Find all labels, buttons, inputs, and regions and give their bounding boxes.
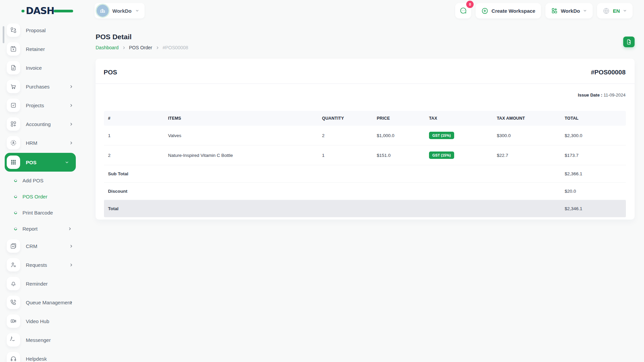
- sidebar-subitem-pos-order[interactable]: POS Order: [0, 188, 81, 204]
- col-tax: TAX: [425, 111, 493, 126]
- cell-total: $173.7: [560, 145, 626, 165]
- sidebar-item-invoice[interactable]: Invoice: [0, 58, 81, 77]
- chevron-down-icon: [135, 9, 139, 13]
- sidebar-item-requests[interactable]: Requests: [0, 255, 81, 274]
- retainer-icon: [7, 42, 20, 56]
- tax-badge: GST (15%): [429, 132, 454, 139]
- cell-no: 1: [104, 126, 164, 145]
- sidebar-item-label: Projects: [26, 103, 44, 108]
- table-header-row: # ITEMS QUANTITY PRICE TAX TAX AMOUNT TO…: [104, 111, 626, 126]
- sidebar-item-label: Proposal: [26, 27, 46, 33]
- sidebar-item-label: HRM: [26, 140, 37, 146]
- col-price: PRICE: [373, 111, 425, 126]
- sidebar-item-pos-active[interactable]: POS: [5, 153, 76, 172]
- chevron-right-icon: [69, 300, 73, 305]
- language-selector[interactable]: EN: [597, 3, 633, 18]
- workspace-avatar: [97, 5, 109, 17]
- sidebar-item-label: Retainer: [26, 46, 45, 52]
- page-title: POS Detail: [96, 33, 131, 41]
- chat-count-badge: 0: [466, 1, 474, 8]
- card-header: POS #POS00008: [96, 59, 635, 84]
- subtotal-row: Sub Total $2,366.1: [104, 165, 626, 183]
- breadcrumb-dashboard-link[interactable]: Dashboard: [96, 45, 119, 50]
- hrm-icon: [7, 136, 20, 149]
- accounting-icon: [7, 117, 20, 131]
- sidebar-subitem-print-barcode[interactable]: Print Barcode: [0, 204, 81, 221]
- grid-plus-icon: [551, 7, 558, 14]
- issue-date: Issue Date : 11-09-2024: [96, 84, 635, 98]
- cell-price: $1,000.0: [373, 126, 425, 145]
- sidebar-item-crm[interactable]: CRM: [0, 237, 81, 255]
- cell-price: $151.0: [373, 145, 425, 165]
- sidebar-subitem-add-pos[interactable]: Add POS: [0, 172, 81, 188]
- sidebar-item-retainer[interactable]: Retainer: [0, 40, 81, 58]
- create-workspace-button[interactable]: Create Workspace: [476, 3, 541, 18]
- cell-tax-amount: $22.7: [493, 145, 560, 165]
- discount-value: $20.0: [560, 183, 626, 200]
- sidebar-item-hrm[interactable]: HRM: [0, 133, 81, 152]
- sidebar-item-messenger[interactable]: Messenger: [0, 330, 81, 349]
- top-header: DASH WorkDo 0 Create Workspace: [0, 0, 644, 21]
- sidebar-item-purchases[interactable]: Purchases: [0, 77, 81, 96]
- sidebar-item-projects[interactable]: Projects: [0, 96, 81, 115]
- breadcrumb-current: #POS00008: [163, 45, 188, 50]
- sidebar-item-reminder[interactable]: Reminder: [0, 274, 81, 293]
- chat-button[interactable]: 0: [455, 3, 471, 18]
- projects-icon: [7, 99, 20, 112]
- reminder-icon: [7, 277, 20, 290]
- subtotal-value: $2,366.1: [560, 165, 626, 183]
- bullet-icon: [13, 178, 18, 183]
- export-pos-button[interactable]: [623, 37, 635, 47]
- sidebar-item-label: Reminder: [26, 281, 48, 287]
- subitem-label: Report: [22, 226, 38, 232]
- subitem-label: Print Barcode: [22, 210, 53, 216]
- sidebar-item-helpdesk[interactable]: Helpdesk: [0, 349, 81, 362]
- chevron-down-icon: [583, 9, 587, 13]
- svg-text:DASH: DASH: [26, 5, 54, 16]
- language-code: EN: [613, 8, 620, 14]
- pos-icon: [7, 156, 20, 169]
- queue-management-icon: [7, 296, 20, 309]
- chevron-right-icon: [69, 244, 73, 248]
- col-number: #: [104, 111, 164, 126]
- sidebar: Proposal Retainer Invoice Purchases Proj…: [0, 21, 81, 362]
- breadcrumb: Dashboard POS Order #POS00008: [96, 45, 188, 50]
- discount-label: Discount: [104, 183, 560, 200]
- sidebar-item-label: POS: [26, 160, 37, 165]
- workspace-switcher[interactable]: WorkDo: [95, 3, 145, 18]
- sidebar-item-queue-management[interactable]: Queue Management: [0, 293, 81, 312]
- invoice-icon: [7, 61, 20, 74]
- total-row: Total $2,346.1: [104, 200, 626, 218]
- subtotal-label: Sub Total: [104, 165, 560, 183]
- cell-qty: 2: [318, 126, 373, 145]
- cell-item: Nature-Inspired Vitamin C Bottle: [164, 145, 318, 165]
- sidebar-item-label: Purchases: [26, 84, 50, 89]
- breadcrumb-pos-order-link[interactable]: POS Order: [129, 45, 152, 50]
- bullet-icon: [13, 210, 18, 215]
- video-hub-icon: [7, 314, 20, 328]
- total-label: Total: [104, 200, 560, 218]
- pos-number: #POS00008: [591, 69, 626, 76]
- cell-no: 2: [104, 145, 164, 165]
- sidebar-item-accounting[interactable]: Accounting: [0, 115, 81, 133]
- cell-total: $2,300.0: [560, 126, 626, 145]
- app-menu-button[interactable]: WorkDo: [545, 3, 593, 18]
- chevron-right-icon: [122, 46, 126, 50]
- main-content: POS Detail Dashboard POS Order #POS00008…: [81, 21, 644, 362]
- sidebar-subitem-report[interactable]: Report: [0, 221, 81, 237]
- sidebar-item-label: Messenger: [26, 337, 51, 343]
- cell-tax: GST (15%): [425, 145, 493, 165]
- file-export-icon: [626, 39, 632, 45]
- purchases-icon: [7, 80, 20, 93]
- sidebar-item-label: Accounting: [26, 121, 51, 127]
- cell-item: Valves: [164, 126, 318, 145]
- col-items: ITEMS: [164, 111, 318, 126]
- chevron-right-icon: [69, 141, 73, 145]
- table-row: 2 Nature-Inspired Vitamin C Bottle 1 $15…: [104, 145, 626, 165]
- chevron-right-icon: [156, 46, 159, 50]
- sidebar-item-video-hub[interactable]: Video Hub: [0, 312, 81, 330]
- chevron-down-icon: [65, 160, 69, 165]
- sidebar-item-proposal[interactable]: Proposal: [0, 21, 81, 40]
- sidebar-item-label: Queue Management: [26, 300, 72, 305]
- issue-date-value: 11-09-2024: [603, 93, 626, 98]
